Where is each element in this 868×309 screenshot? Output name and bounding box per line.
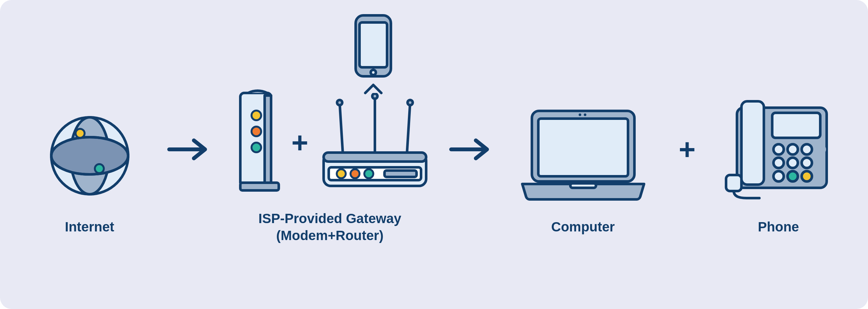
diagram-row: Internet xyxy=(0,55,868,244)
svg-point-41 xyxy=(787,158,798,168)
svg-line-13 xyxy=(407,102,410,154)
svg-point-36 xyxy=(773,144,784,154)
svg-point-43 xyxy=(773,171,784,181)
svg-point-14 xyxy=(337,100,342,105)
svg-rect-18 xyxy=(323,153,426,161)
globe-icon xyxy=(45,63,134,200)
svg-point-31 xyxy=(584,114,586,116)
diagram-card: Internet xyxy=(0,0,868,309)
svg-point-37 xyxy=(787,144,798,154)
svg-rect-25 xyxy=(360,23,387,67)
label-internet: Internet xyxy=(65,219,114,236)
modem-icon xyxy=(234,87,285,192)
svg-point-30 xyxy=(579,114,581,116)
svg-point-44 xyxy=(787,171,798,181)
label-phone: Phone xyxy=(758,219,799,236)
router-icon xyxy=(317,93,433,192)
svg-rect-34 xyxy=(741,101,764,185)
svg-point-39 xyxy=(816,144,826,154)
svg-point-8 xyxy=(251,111,261,120)
svg-point-4 xyxy=(95,164,104,173)
svg-point-42 xyxy=(802,158,812,168)
plus-icon: + xyxy=(657,81,718,218)
svg-point-10 xyxy=(251,143,261,152)
svg-point-22 xyxy=(350,169,360,178)
svg-rect-46 xyxy=(726,175,741,191)
svg-point-26 xyxy=(371,70,376,75)
svg-rect-29 xyxy=(538,119,628,176)
svg-rect-35 xyxy=(772,113,820,138)
svg-point-16 xyxy=(408,100,413,105)
svg-point-40 xyxy=(773,158,784,168)
arrow-icon xyxy=(433,81,509,218)
label-gateway: ISP-Provided Gateway (Modem+Router) xyxy=(258,210,401,244)
svg-point-3 xyxy=(75,129,85,138)
deskphone-icon xyxy=(724,63,833,200)
svg-line-11 xyxy=(340,102,343,154)
arrow-icon xyxy=(151,81,227,218)
svg-rect-20 xyxy=(384,171,416,177)
laptop-icon xyxy=(516,63,650,200)
plus-icon: + xyxy=(291,128,309,157)
node-computer: Computer xyxy=(509,63,657,236)
svg-point-9 xyxy=(251,127,261,136)
node-gateway: + xyxy=(227,55,433,244)
label-computer: Computer xyxy=(551,219,615,236)
svg-point-21 xyxy=(337,169,346,178)
svg-point-23 xyxy=(364,169,373,178)
smartphone-icon xyxy=(349,13,397,96)
node-phone: Phone xyxy=(718,63,839,236)
svg-point-45 xyxy=(802,171,812,181)
svg-rect-32 xyxy=(570,183,596,188)
svg-point-38 xyxy=(802,144,812,154)
svg-rect-7 xyxy=(265,95,271,183)
node-internet: Internet xyxy=(29,63,151,236)
